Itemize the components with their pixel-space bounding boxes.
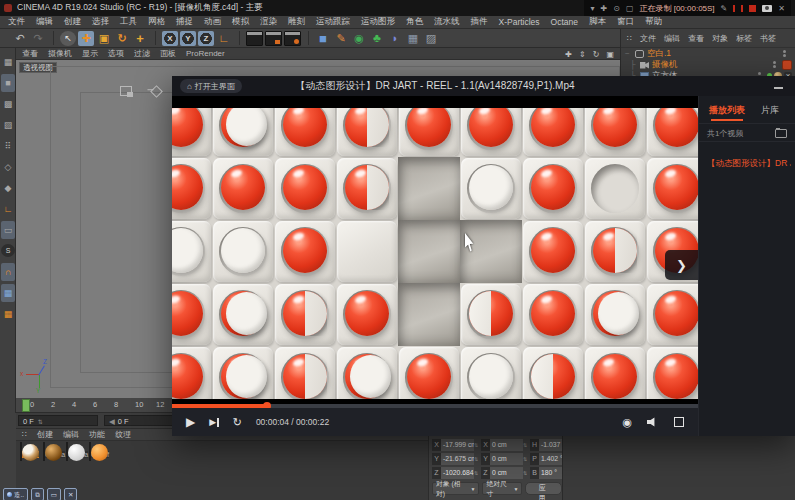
screenshot-camera-icon[interactable] [762,5,772,12]
chevron-down-icon[interactable]: ▾ [590,4,594,13]
uv-mode-icon[interactable]: ▨ [1,116,15,134]
stepper-icon[interactable]: ⇅ [474,456,478,462]
axis-mode-icon[interactable]: ∟ [1,200,15,218]
last-tool-icon[interactable]: + [132,31,148,46]
tab-playlist[interactable]: 播放列表 [709,104,745,117]
viewport-menu-item[interactable]: 过滤 [134,48,150,59]
fullscreen-icon[interactable] [674,417,684,427]
active-camera-icon[interactable] [782,60,792,70]
lock-y-button[interactable]: Y [180,31,196,46]
size-mode-dropdown[interactable]: 绝对尺寸▼ [482,482,522,495]
material-menu-item[interactable]: 编辑 [63,429,79,440]
value-input[interactable]: 0 cm [490,467,523,479]
stepper-icon[interactable]: ⇅ [474,470,478,476]
viewport-menu-item[interactable]: 显示 [82,48,98,59]
camera-tools-icon[interactable]: ▨ [423,31,439,46]
material-menu-item[interactable]: 功能 [89,429,105,440]
enable-grid-icon[interactable]: ▦ [1,284,15,302]
object-row[interactable]: −空白.1 [621,48,795,59]
workplane-icon[interactable]: ▦ [1,53,15,71]
playlist-item[interactable]: 【动态图形设计】DR J... [707,158,791,170]
value-input[interactable]: 0 cm [490,439,523,451]
apply-button[interactable]: 应用 [525,482,562,495]
menu-item[interactable]: 动画 [204,16,221,28]
edges-mode-icon[interactable]: ◇ [1,158,15,176]
object-manager-menu-item[interactable]: 对象 [712,33,728,44]
render-picture-viewer-icon[interactable] [265,31,282,46]
menu-item[interactable]: 创建 [64,16,81,28]
pan-icon[interactable]: ✚ [565,50,572,59]
snap-icon[interactable]: ∩ [1,263,15,281]
menu-item[interactable]: 窗口 [617,16,634,28]
material-item[interactable]: OctGla [43,443,64,461]
viewport-menu-item[interactable]: 面板 [160,48,176,59]
menu-item[interactable]: 编辑 [36,16,53,28]
magnifier-icon[interactable]: ⊙ [613,4,620,13]
zoom-icon[interactable]: ⇕ [579,50,586,59]
solo-mode-icon[interactable]: S [1,244,15,257]
minimize-button[interactable]: ▭ [47,488,61,500]
viewport-menu-item[interactable]: 选项 [108,48,124,59]
mograph-icon[interactable]: ♣ [369,31,385,46]
material-menu-item[interactable]: 创建 [37,429,53,440]
toggle-panels-icon[interactable]: ▣ [606,50,614,59]
live-selection-icon[interactable]: ↖ [60,31,76,46]
draw-icon[interactable]: ✎ [721,4,728,13]
menu-item[interactable]: 文件 [8,16,25,28]
next-video-button[interactable]: ▶ [209,417,218,427]
menu-item[interactable]: 运动跟踪 [316,16,350,28]
material-thumbnail[interactable] [43,442,45,461]
scale-tool-icon[interactable]: ▣ [96,31,112,46]
orbit-icon[interactable]: ↻ [593,50,600,59]
polygons-mode-icon[interactable]: ◆ [1,179,15,197]
mini-player-icon[interactable] [120,86,132,96]
rotate-tool-icon[interactable]: ↻ [114,31,130,46]
generators-icon[interactable]: ◉ [351,31,367,46]
render-settings-icon[interactable] [284,31,301,46]
object-manager-menu-item[interactable]: 标签 [736,33,752,44]
timeline-current-frame-marker[interactable] [22,399,30,412]
pause-record-button[interactable] [733,5,743,12]
viewport-menu-item[interactable]: 摄像机 [48,48,72,59]
move-tool-icon[interactable]: ✚ [78,31,94,46]
region-icon[interactable]: ▢ [626,4,634,13]
close-recorder-icon[interactable]: ✕ [778,4,785,13]
render-view-icon[interactable] [246,31,263,46]
tab-library[interactable]: 片库 [761,104,779,117]
spline-pen-icon[interactable]: ✎ [333,31,349,46]
object-manager-menu-item[interactable]: 文件 [640,33,656,44]
stepper-icon[interactable]: ⇅ [523,442,527,448]
folder-icon[interactable] [775,129,787,138]
menu-item[interactable]: 运动图形 [361,16,395,28]
material-item[interactable]: OctDif [89,443,110,461]
video-area[interactable]: ❯ ▶ ▶ ↻ 00:00:04 / 00:00:22 ◉ [172,96,698,436]
primitive-cube-icon[interactable]: ■ [315,31,331,46]
model-mode-icon[interactable]: ■ [1,74,15,92]
close-button[interactable]: ✕ [64,488,77,500]
menu-item[interactable]: 网格 [148,16,165,28]
menu-item[interactable]: 雕刻 [288,16,305,28]
menu-item[interactable]: 脚本 [589,16,606,28]
stepper-icon[interactable]: ⇅ [474,442,478,448]
value-input[interactable]: -21.675 cm [441,453,474,465]
lock-x-button[interactable]: X [162,31,178,46]
material-menu-item[interactable]: 纹理 [115,429,131,440]
menu-item[interactable]: 工具 [120,16,137,28]
object-manager-menu-item[interactable]: 书签 [760,33,776,44]
settings-icon[interactable]: ◉ [622,416,632,429]
crosshair-icon[interactable]: ✚ [600,4,607,13]
viewport-mouse-icon[interactable]: ▭ [1,221,15,239]
minimized-window-item[interactable]: 造.. [3,488,28,500]
material-item[interactable]: OctGla [66,443,87,461]
minimize-player-icon[interactable] [774,87,783,89]
material-thumbnail[interactable] [20,442,22,461]
menu-item[interactable]: 渲染 [260,16,277,28]
menu-item[interactable]: 模拟 [232,16,249,28]
current-frame-field[interactable]: 0 F⇅ [18,415,98,426]
menu-item[interactable]: 流水线 [434,16,460,28]
undo-icon[interactable]: ↶ [12,31,28,46]
menu-item[interactable]: X-Particles [499,17,540,27]
stepper-icon[interactable]: ⇅ [523,456,527,462]
volume-icon[interactable] [647,417,659,428]
coordinate-mode-dropdown[interactable]: 对象 (相对)▼ [432,482,479,495]
